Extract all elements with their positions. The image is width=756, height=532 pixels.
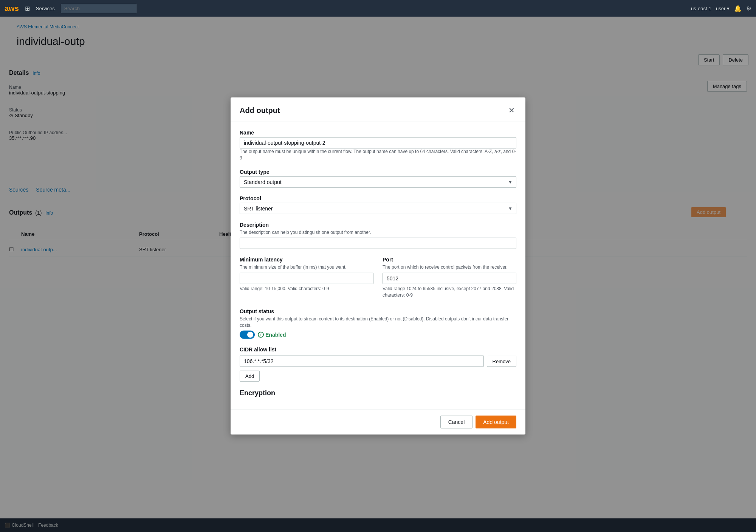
- add-output-button[interactable]: Add output: [476, 416, 516, 428]
- description-group: Description The description can help you…: [240, 221, 516, 249]
- description-label: Description: [240, 221, 516, 227]
- encryption-heading: Encryption: [240, 389, 516, 397]
- min-latency-hint: The minimum size of the buffer (in ms) t…: [240, 264, 373, 271]
- latency-port-row: Minimum latency The minimum size of the …: [240, 257, 516, 308]
- aws-logo: aws: [5, 4, 19, 13]
- output-type-select-wrapper: Standard output CDI output ST 2110 JPEG …: [240, 176, 516, 187]
- min-latency-valid: Valid range: 10-15,000. Valid characters…: [240, 286, 373, 292]
- output-type-label: Output type: [240, 169, 516, 175]
- protocol-label: Protocol: [240, 195, 516, 201]
- output-type-group: Output type Standard output CDI output S…: [240, 169, 516, 187]
- output-status-toggle-row: ✓ Enabled: [240, 331, 516, 339]
- cidr-remove-button[interactable]: Remove: [487, 356, 516, 367]
- name-field-group: Name The output name must be unique with…: [240, 130, 516, 161]
- modal-header: Add output ✕: [231, 97, 525, 122]
- min-latency-input[interactable]: [240, 273, 373, 284]
- protocol-group: Protocol SRT listener SRT caller RTP RTP…: [240, 195, 516, 214]
- toggle-slider: [240, 331, 255, 339]
- output-status-hint: Select if you want this output to stream…: [240, 316, 516, 329]
- bell-icon: 🔔: [734, 5, 742, 12]
- modal-footer: Cancel Add output: [231, 409, 525, 435]
- cidr-row: Remove: [240, 356, 516, 367]
- search-input[interactable]: [61, 4, 136, 13]
- port-label: Port: [383, 257, 516, 263]
- port-hint: The port on which to receive control pac…: [383, 264, 516, 271]
- output-status-label: Output status: [240, 308, 516, 314]
- min-latency-label: Minimum latency: [240, 257, 373, 263]
- output-status-group: Output status Select if you want this ou…: [240, 308, 516, 339]
- cancel-button[interactable]: Cancel: [440, 416, 473, 428]
- cidr-group: CIDR allow list Remove Add: [240, 346, 516, 382]
- description-input[interactable]: [240, 238, 516, 249]
- name-input[interactable]: [240, 137, 516, 148]
- top-navigation: aws ⊞ Services us-east-1 user ▾ 🔔 ⚙: [0, 0, 756, 17]
- region-label: us-east-1: [691, 6, 711, 11]
- modal-close-button[interactable]: ✕: [507, 105, 516, 116]
- min-latency-group: Minimum latency The minimum size of the …: [240, 257, 373, 300]
- modal-body: Name The output name must be unique with…: [231, 122, 525, 409]
- name-hint: The output name must be unique within th…: [240, 148, 516, 161]
- description-hint: The description can help you distinguish…: [240, 229, 516, 235]
- port-input[interactable]: [383, 273, 516, 284]
- cidr-label: CIDR allow list: [240, 346, 516, 353]
- protocol-select[interactable]: SRT listener SRT caller RTP RTP-FEC UDP …: [240, 203, 516, 214]
- output-status-toggle[interactable]: [240, 331, 255, 339]
- nav-right: us-east-1 user ▾ 🔔 ⚙: [691, 5, 751, 12]
- modal-title: Add output: [240, 106, 280, 114]
- grid-icon: ⊞: [25, 5, 30, 12]
- enabled-check-icon: ✓: [258, 332, 264, 338]
- add-output-modal: Add output ✕ Name The output name must b…: [231, 97, 525, 435]
- name-label: Name: [240, 130, 516, 136]
- support-icon: ⚙: [746, 5, 751, 12]
- services-button[interactable]: Services: [33, 4, 58, 13]
- port-valid: Valid range 1024 to 65535 inclusive, exc…: [383, 286, 516, 298]
- cidr-input[interactable]: [240, 356, 484, 367]
- user-label: user ▾: [716, 6, 730, 11]
- cidr-add-button[interactable]: Add: [240, 371, 260, 382]
- port-group: Port The port on which to receive contro…: [383, 257, 516, 300]
- output-status-enabled-label: ✓ Enabled: [258, 332, 286, 338]
- output-type-select[interactable]: Standard output CDI output ST 2110 JPEG …: [240, 176, 516, 187]
- protocol-select-wrapper: SRT listener SRT caller RTP RTP-FEC UDP …: [240, 203, 516, 214]
